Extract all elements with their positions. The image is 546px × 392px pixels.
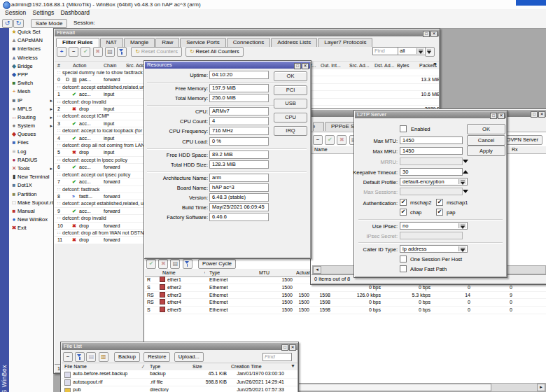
chevron-down-icon[interactable] <box>416 48 424 54</box>
ovpn-server-button[interactable]: OVPN Server <box>503 135 542 145</box>
disable-rule-button[interactable]: ✖ <box>93 47 103 57</box>
interface-row[interactable]: S ether5 Ethernet 1500 1500 1598 0 bps 0… <box>145 307 546 314</box>
dialog-button[interactable]: PCI <box>274 85 307 95</box>
resources-titlebar[interactable]: Resources □✕ <box>145 62 310 69</box>
sidebar-item[interactable]: ✖Exit <box>9 224 53 232</box>
tab-interface[interactable]: Interface <box>313 122 324 131</box>
column-header[interactable]: # <box>57 62 60 69</box>
max-sessions-input[interactable] <box>400 188 463 195</box>
sidebar-item[interactable]: ▮New Terminal <box>9 173 53 181</box>
l2tp-titlebar[interactable]: L2TP Server □✕ <box>355 111 506 118</box>
sidebar-item[interactable]: ■Manual <box>9 207 53 216</box>
firewall-tab[interactable]: Address Lists <box>271 38 317 47</box>
column-filter-icon[interactable]: ▼ <box>433 62 438 66</box>
max-mru-input[interactable]: 1450 <box>400 147 463 155</box>
enable-rule-button[interactable]: ✔ <box>80 47 90 57</box>
safe-mode-button[interactable]: Safe Mode <box>31 19 67 28</box>
chevron-down-icon[interactable] <box>458 179 466 184</box>
sidebar-item[interactable]: ↔Routing ▸ <box>9 113 53 122</box>
firewall-tab[interactable]: NAT <box>100 38 123 47</box>
column-header-rx[interactable]: Rx <box>512 146 518 153</box>
chevron-down-icon[interactable] <box>458 223 466 228</box>
column-header-name[interactable]: Name <box>314 146 328 153</box>
collapse-field-icon[interactable] <box>463 170 468 174</box>
interface-row[interactable]: S ether2 Ethernet 1500 0 bps 0 bps 0 0 <box>145 284 546 292</box>
expand-field-icon[interactable] <box>463 190 468 193</box>
column-header[interactable]: Chain <box>104 62 116 69</box>
file-row[interactable]: pub directory Jun/25/2021 07:57:33 <box>62 386 298 392</box>
column-header[interactable]: Dst. Ad... <box>374 62 394 69</box>
chap-checkbox[interactable]: ✔ <box>400 209 407 216</box>
column-header[interactable]: Action <box>73 62 86 69</box>
dialog-button[interactable]: OK <box>274 71 307 81</box>
filter-funnel-icon[interactable] <box>75 352 85 362</box>
column-header[interactable]: Type <box>209 269 220 276</box>
filter-dropdown-button[interactable] <box>425 47 435 57</box>
maximize-icon[interactable]: □ <box>281 344 288 351</box>
fast-path-checkbox[interactable] <box>400 265 407 272</box>
close-icon[interactable]: ✕ <box>498 113 505 119</box>
firewall-tab[interactable]: Service Ports <box>180 38 226 47</box>
column-header[interactable]: ∕ <box>204 269 205 276</box>
power-cycle-button[interactable]: Power Cycle <box>198 259 236 269</box>
pap-checkbox[interactable]: ✔ <box>436 209 443 216</box>
redo-button[interactable]: ↻ <box>13 19 24 28</box>
sidebar-item[interactable]: ★Quick Set <box>9 28 53 36</box>
max-mtu-input[interactable]: 1450 <box>400 136 463 144</box>
sidebar-item[interactable]: ■Interfaces <box>9 45 53 53</box>
sidebar-item[interactable]: +Mesh <box>9 88 53 96</box>
column-header[interactable]: File Name <box>64 363 87 370</box>
interface-row[interactable]: RS ether3 Ethernet 1500 1500 1598 126.0 … <box>145 292 546 300</box>
reset-all-counters-button[interactable]: ↻ Reset All Counters <box>186 47 244 57</box>
column-header[interactable]: Type <box>150 363 160 370</box>
chevron-down-icon[interactable] <box>458 246 466 251</box>
sidebar-item[interactable]: ◆Queues <box>9 130 53 139</box>
scroll-right-icon[interactable]: ► <box>537 384 545 391</box>
maximize-icon[interactable]: □ <box>423 31 430 37</box>
remove-file-button[interactable]: − <box>63 352 73 362</box>
copy-icon[interactable]: ▤ <box>86 352 96 362</box>
sidebar-item[interactable]: ✕Tools ▸ <box>9 164 53 173</box>
disable-button[interactable]: ✖ <box>337 135 346 145</box>
backup-button[interactable]: Backup <box>114 352 140 362</box>
dialog-button[interactable]: CPU <box>274 113 307 122</box>
scroll-left-icon[interactable]: ◄ <box>313 266 321 274</box>
dialog-button[interactable]: IRQ <box>274 126 307 136</box>
disable-interface-button[interactable]: ✖ <box>158 259 168 269</box>
maximize-icon[interactable]: □ <box>294 63 301 69</box>
comment-button[interactable]: ▤ <box>170 259 180 269</box>
column-header[interactable]: Bytes <box>397 62 410 69</box>
column-header[interactable]: Name <box>162 269 176 276</box>
mschap1-checkbox[interactable]: ✔ <box>436 199 443 206</box>
paste-icon[interactable]: ▥ <box>99 352 108 362</box>
mschap2-checkbox[interactable]: ✔ <box>400 199 407 206</box>
sidebar-item[interactable]: ●MPLS ▸ <box>9 105 53 113</box>
column-header[interactable]: Out. Int... <box>321 62 341 69</box>
caller-id-select[interactable]: ip address <box>400 245 468 253</box>
menu-session[interactable]: Session <box>5 9 26 16</box>
sidebar-item[interactable]: ■Files <box>9 139 53 147</box>
filter-funnel-icon[interactable] <box>117 47 127 57</box>
close-icon[interactable]: ✕ <box>538 111 545 118</box>
column-header[interactable]: MTU <box>259 269 270 276</box>
firewall-tab[interactable]: Raw <box>155 38 179 47</box>
reset-counters-button[interactable]: ↻ Reset Counters <box>131 47 182 57</box>
close-icon[interactable]: ✕ <box>302 63 309 69</box>
add-rule-button[interactable]: + <box>57 47 66 57</box>
sidebar-item[interactable]: ●New WinBox <box>9 216 53 224</box>
one-session-checkbox[interactable] <box>400 255 407 262</box>
mrru-input[interactable] <box>400 158 463 165</box>
firewall-titlebar[interactable]: Firewall □✕ <box>55 29 439 36</box>
menu-settings[interactable]: Settings <box>32 9 54 16</box>
firewall-tab[interactable]: Filter Rules <box>56 38 99 47</box>
undo-button[interactable]: ↺ <box>2 19 13 28</box>
chain-filter-select[interactable]: all <box>398 47 426 55</box>
ipsec-secret-input[interactable] <box>400 232 463 239</box>
filter-funnel-icon[interactable] <box>183 259 192 269</box>
column-filter-icon[interactable]: ▼ <box>290 363 295 368</box>
sidebar-item[interactable]: ◆Bridge <box>9 62 53 71</box>
sidebar-item[interactable]: ▲Wireless <box>9 54 53 62</box>
comment-button[interactable]: ▤ <box>105 47 115 57</box>
file-row[interactable]: auto-before-reset.backup backup 45.1 KiB… <box>62 370 298 379</box>
enabled-checkbox[interactable] <box>400 125 407 132</box>
